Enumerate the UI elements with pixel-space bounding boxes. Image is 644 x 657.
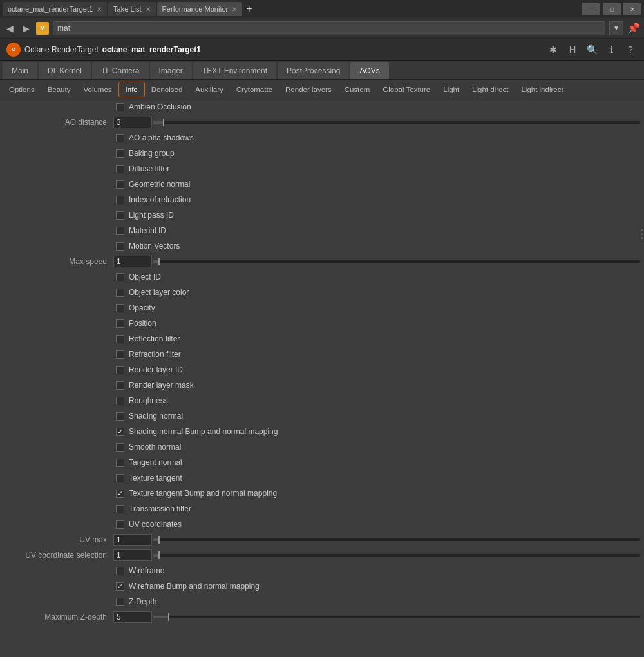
tab-text-environment[interactable]: TEXT Environment (193, 62, 276, 79)
item-label-render-layer-mask: Render layer mask (126, 381, 194, 390)
list-item: Smooth normal (0, 439, 644, 455)
item-label-object-id: Object ID (126, 272, 161, 281)
subtab-light-direct[interactable]: Light direct (466, 82, 515, 97)
address-dropdown[interactable]: ▼ (609, 21, 623, 35)
checkbox-baking-group[interactable] (116, 149, 124, 158)
subtab-auxiliary[interactable]: Auxiliary (189, 82, 229, 97)
checkbox-z-depth[interactable] (116, 598, 124, 606)
tab-close-icon[interactable]: ✕ (232, 6, 237, 13)
uv-coord-selection-value[interactable]: 1 (113, 549, 152, 561)
checkbox-index-of-refraction[interactable] (116, 196, 124, 204)
subtab-global-texture[interactable]: Global Texture (376, 82, 437, 97)
checkbox-render-layer-mask[interactable] (116, 381, 124, 390)
add-tab-button[interactable]: + (243, 3, 254, 15)
tab-tl-camera[interactable]: TL Camera (92, 62, 149, 79)
checkbox-shading-normal[interactable] (116, 412, 124, 421)
item-label-render-layer-id: Render layer ID (126, 365, 183, 374)
item-label-transmission-filter: Transmission filter (126, 504, 191, 513)
item-label-opacity: Opacity (126, 303, 155, 312)
uv-coord-selection-slider[interactable] (153, 554, 640, 557)
item-label-tangent-normal: Tangent normal (126, 458, 182, 467)
subtab-light[interactable]: Light (437, 82, 466, 97)
checkbox-texture-tangent[interactable] (116, 474, 124, 482)
item-label-reflection-filter: Reflection filter (126, 334, 180, 343)
checkbox-ao-alpha-shadows[interactable] (116, 134, 124, 142)
max-speed-label: Max speed (4, 257, 113, 266)
uv-max-fill (153, 538, 158, 541)
checkbox-wireframe-bump[interactable]: ✓ (116, 582, 124, 591)
subtab-crytomatte[interactable]: Crytomatte (230, 82, 279, 97)
subtab-info[interactable]: Info (118, 82, 145, 97)
max-z-depth-value[interactable]: 5 (113, 611, 152, 623)
forward-button[interactable]: ▶ (20, 22, 32, 35)
tab-close-icon[interactable]: ✕ (97, 6, 102, 13)
checkbox-geometric-normal[interactable] (116, 180, 124, 189)
tab-imager[interactable]: Imager (150, 62, 192, 79)
checkbox-smooth-normal[interactable] (116, 443, 124, 452)
list-item: Transmission filter (0, 501, 644, 517)
list-item: UV coordinates (0, 517, 644, 532)
help-icon[interactable]: ? (623, 43, 638, 57)
tab-postprocessing[interactable]: PostProcessing (278, 62, 349, 79)
checkbox-light-pass-id[interactable] (116, 211, 124, 220)
tab-octane-mat[interactable]: octane_mat_renderTarget1 ✕ (3, 2, 107, 16)
address-input[interactable] (53, 21, 605, 35)
subtab-volumes[interactable]: Volumes (77, 82, 118, 97)
checkbox-refraction-filter[interactable] (116, 350, 124, 359)
ao-distance-thumb (163, 119, 164, 126)
checkbox-wireframe[interactable] (116, 567, 124, 575)
checkbox-position[interactable] (116, 319, 124, 328)
subtab-options[interactable]: Options (3, 82, 41, 97)
settings-icon[interactable]: ✱ (546, 43, 560, 57)
checkbox-transmission-filter[interactable] (116, 505, 124, 513)
checkbox-reflection-filter[interactable] (116, 335, 124, 343)
checkbox-tangent-normal[interactable] (116, 459, 124, 467)
uv-max-slider[interactable] (153, 538, 640, 541)
uv-max-value[interactable]: 1 (113, 534, 152, 546)
window-minimize[interactable]: — (582, 3, 600, 15)
back-button[interactable]: ◀ (4, 22, 16, 35)
tab-take-list[interactable]: Take List ✕ (108, 2, 155, 16)
checkbox-render-layer-id[interactable] (116, 366, 124, 374)
window-maximize[interactable]: □ (603, 3, 621, 15)
item-label-texture-tangent-bump: Texture tangent Bump and normal mapping (126, 489, 277, 498)
info-icon[interactable]: ℹ (604, 43, 618, 57)
checkbox-object-layer-color[interactable] (116, 289, 124, 297)
max-z-depth-slider[interactable] (153, 616, 640, 618)
item-label-z-depth: Z-Depth (126, 597, 156, 606)
item-label-diffuse-filter: Diffuse filter (126, 164, 169, 173)
subtab-render-layers[interactable]: Render layers (279, 82, 338, 97)
window-close[interactable]: ✕ (623, 3, 641, 15)
checkbox-opacity[interactable] (116, 304, 124, 312)
checkbox-material-id[interactable] (116, 227, 124, 235)
ao-distance-value[interactable]: 3 (113, 117, 152, 128)
uv-coord-selection-thumb (158, 551, 160, 559)
tab-close-icon[interactable]: ✕ (146, 6, 151, 13)
h-icon[interactable]: H (565, 43, 580, 57)
checkbox-motion-vectors[interactable] (116, 242, 124, 251)
tab-aovs[interactable]: AOVs (350, 62, 388, 79)
checkbox-object-id[interactable] (116, 273, 124, 281)
max-speed-slider[interactable] (153, 260, 640, 263)
checkbox-ambien-occlusion[interactable] (116, 103, 124, 111)
max-speed-value[interactable]: 1 (113, 256, 152, 267)
list-item: Wireframe (0, 563, 644, 578)
subtab-beauty[interactable]: Beauty (41, 82, 77, 97)
tab-dl-kernel[interactable]: DL Kernel (39, 62, 91, 79)
checkbox-uv-coordinates[interactable] (116, 520, 124, 529)
subtab-light-indirect[interactable]: Light indirect (515, 82, 569, 97)
subtab-denoised[interactable]: Denoised (145, 82, 189, 97)
checkbox-texture-tangent-bump[interactable]: ✓ (116, 490, 124, 498)
browser-tab-bar: octane_mat_renderTarget1 ✕ Take List ✕ P… (0, 0, 644, 18)
subtab-custom[interactable]: Custom (338, 82, 377, 97)
tab-main[interactable]: Main (3, 62, 37, 79)
ao-distance-slider[interactable] (153, 121, 640, 124)
search-icon[interactable]: 🔍 (585, 43, 599, 57)
checkbox-shading-normal-bump[interactable]: ✓ (116, 428, 124, 436)
pin-button[interactable]: 📌 (627, 22, 640, 34)
checkmark-icon: ✓ (117, 490, 123, 497)
checkbox-diffuse-filter[interactable] (116, 165, 124, 173)
tab-performance-monitor[interactable]: Performance Monitor ✕ (157, 2, 243, 16)
checkbox-roughness[interactable] (116, 397, 124, 405)
tab-label: Performance Monitor (162, 5, 229, 13)
